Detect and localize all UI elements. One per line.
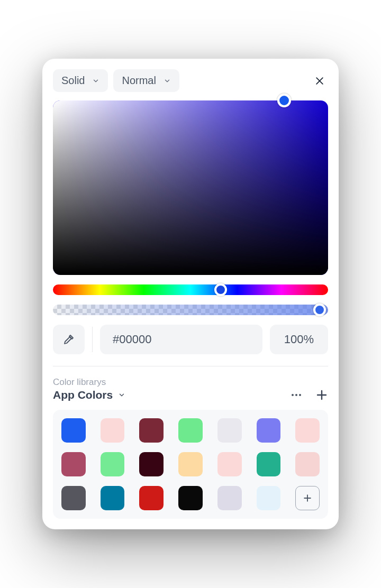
saturation-value-field[interactable] <box>53 100 328 275</box>
color-picker-panel: Solid Normal <box>42 59 339 529</box>
color-swatch[interactable] <box>178 418 203 443</box>
color-swatch[interactable] <box>217 486 242 510</box>
blend-mode-label: Normal <box>122 75 156 87</box>
library-name: App Colors <box>53 389 113 401</box>
color-swatch[interactable] <box>61 486 86 510</box>
alpha-handle[interactable] <box>313 304 326 316</box>
color-swatch[interactable] <box>61 452 86 476</box>
top-controls: Solid Normal <box>53 69 328 92</box>
opacity-input[interactable]: 100% <box>270 325 328 354</box>
blend-mode-dropdown[interactable]: Normal <box>113 69 179 92</box>
opacity-value: 100% <box>284 333 314 346</box>
chevron-down-icon <box>118 391 125 399</box>
color-swatch[interactable] <box>101 452 125 476</box>
hue-slider[interactable] <box>53 284 328 295</box>
color-swatch[interactable] <box>61 418 86 443</box>
hue-handle[interactable] <box>214 283 227 296</box>
library-selector[interactable]: App Colors <box>53 389 290 401</box>
hex-input[interactable]: #00000 <box>100 325 262 354</box>
color-swatch[interactable] <box>257 452 281 476</box>
color-swatch[interactable] <box>295 418 320 443</box>
fill-type-dropdown[interactable]: Solid <box>53 69 108 92</box>
library-section-label: Color librarys <box>53 377 290 388</box>
color-swatch[interactable] <box>139 486 164 510</box>
add-swatch-button[interactable] <box>295 486 320 510</box>
color-swatch[interactable] <box>295 452 320 476</box>
chevron-down-icon <box>164 77 171 85</box>
color-swatch[interactable] <box>101 418 125 443</box>
color-swatch[interactable] <box>217 452 242 476</box>
eyedropper-button[interactable] <box>53 325 85 354</box>
color-swatch[interactable] <box>101 486 125 510</box>
saturation-handle[interactable] <box>277 94 291 107</box>
svg-point-4 <box>299 394 301 396</box>
chevron-down-icon <box>92 77 99 85</box>
divider <box>92 327 93 352</box>
library-header: Color librarys App Colors <box>53 377 328 401</box>
color-swatch[interactable] <box>178 486 203 510</box>
svg-point-3 <box>295 394 297 396</box>
color-swatch[interactable] <box>217 418 242 443</box>
color-swatch[interactable] <box>257 486 281 510</box>
svg-point-2 <box>292 394 294 396</box>
color-swatch[interactable] <box>139 418 164 443</box>
more-button[interactable] <box>290 389 303 401</box>
value-row: #00000 100% <box>53 325 328 366</box>
hex-value: #00000 <box>113 333 151 346</box>
alpha-slider[interactable] <box>53 305 328 315</box>
color-swatch[interactable] <box>178 452 203 476</box>
close-button[interactable] <box>311 72 328 89</box>
add-library-button[interactable] <box>315 389 328 401</box>
swatch-grid <box>61 418 320 510</box>
color-swatch[interactable] <box>139 452 164 476</box>
swatch-panel <box>53 410 328 518</box>
fill-type-label: Solid <box>61 75 85 87</box>
color-swatch[interactable] <box>257 418 281 443</box>
